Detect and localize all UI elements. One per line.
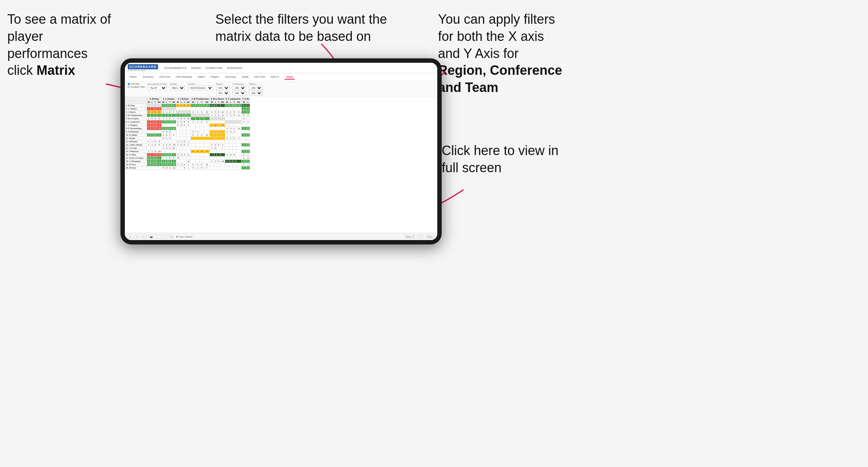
tab-players-matrix[interactable]: Matrix	[285, 75, 295, 80]
matrix-container[interactable]: 1. W Ding 2. L Clanton 3. J Koivun 4. M …	[125, 97, 437, 240]
toolbar-fullscreen[interactable]: ⛶	[418, 235, 423, 239]
table-row: 7. G Sargent 200-16 0003 03	[125, 124, 250, 127]
col-sub-t4: T	[200, 101, 204, 104]
row-label: 11. M Ege	[125, 137, 147, 140]
tab-players[interactable]: Players	[209, 75, 220, 80]
tab-players-detail[interactable]: Detail	[240, 75, 250, 80]
row-label: 1. W Ding	[125, 104, 147, 107]
table-row: 6. C Lamprecht 100-16 24124 200-5 1106 0…	[125, 120, 250, 124]
col-sub-t2: T	[168, 101, 171, 104]
toolbar-view-original[interactable]: 🖥 View: Original	[176, 236, 192, 238]
nav-tournaments[interactable]: TOURNAMENTS	[164, 66, 187, 70]
row-label: 2. L Clanton	[125, 107, 147, 111]
toolbar-undo[interactable]: ↺	[128, 235, 132, 239]
radio-full-view-input[interactable]	[128, 83, 130, 85]
filter-conference: Conference (All) (All)	[233, 83, 246, 95]
table-row: 14. J Lundin 10010 107	[125, 147, 250, 150]
col-sub-w2: W	[161, 101, 165, 104]
radio-compact-view-label: Compact View	[131, 86, 145, 88]
col-header-jkoivun: 3. J Koivun	[176, 97, 191, 101]
col-sub-t1: T	[154, 101, 157, 104]
toolbar-share[interactable]: Share	[426, 235, 434, 239]
row-label: 8. P Summerhays	[125, 127, 147, 130]
row-label: 17. S De La Fuente	[125, 157, 147, 160]
toolbar-zoom-in[interactable]: +	[163, 235, 167, 239]
col-sub-l3: L	[180, 101, 183, 104]
filter-region-y-select[interactable]: N/A	[216, 91, 230, 95]
col-sub-dif5: Dif	[220, 101, 225, 104]
filter-gender-select[interactable]: Men's	[170, 86, 185, 90]
toolbar-settings[interactable]: ⚙	[169, 235, 174, 239]
table-row: 9. N Gabrelcik 009 01 101	[125, 130, 250, 134]
share-label: Share	[427, 236, 433, 238]
toolbar-watch[interactable]: Watch ▼	[404, 235, 416, 239]
col-sub-w7: W	[241, 101, 246, 104]
row-label: 18. C Sherwood	[125, 160, 147, 163]
table-row: 1. W Ding 12011 110-2 12017 180 01013 60…	[125, 104, 250, 107]
toolbar-zoom-out[interactable]: −	[156, 235, 161, 239]
table-row: 20. M Ford 331-11 01 0107 11	[125, 166, 250, 170]
annotation-topright-text: You can apply filters for both the X axi…	[438, 12, 562, 95]
filter-max-players-select[interactable]: Top 25	[148, 86, 167, 90]
toolbar-screenshot[interactable]: 📷	[149, 235, 154, 239]
logo-box: SCOREBOARD	[128, 64, 158, 69]
toolbar-redo[interactable]: ↻	[135, 235, 139, 239]
col-sub-l5: L	[214, 101, 217, 104]
sub-nav: Teams Summary H2H Grid H2H Heatmap Matri…	[125, 73, 437, 81]
tab-teams[interactable]: Teams	[128, 75, 138, 80]
col-sub-l1: L	[151, 101, 154, 104]
annotation-bottomright: Click here to view in full screen	[442, 142, 566, 177]
filter-players-y-select[interactable]: (All)	[249, 91, 262, 95]
table-row: 17. S De La Fuente 2001 1100 -8 02	[125, 157, 250, 160]
filter-division-select[interactable]: NCAA Division I	[188, 86, 213, 90]
row-label: 9. N Gabrelcik	[125, 130, 147, 134]
tab-players-h2h-h[interactable]: H2H H...	[269, 75, 282, 80]
tab-players-summary[interactable]: Summary	[224, 75, 238, 80]
nav-rankings[interactable]: RANKINGS	[227, 66, 242, 70]
filter-region: Region N/A N/A	[216, 83, 230, 95]
row-label: 15. P Maichon	[125, 150, 147, 153]
col-sub-w4: W	[191, 101, 196, 104]
radio-full-view[interactable]: Full View	[128, 83, 145, 85]
filter-players-x-select[interactable]: (All)	[249, 86, 262, 90]
table-row: 4. M Thorbjornsen 10 110-6 110-6 01	[125, 114, 250, 117]
filter-region-x-select[interactable]: N/A	[216, 86, 230, 90]
col-header-wding: 1. W Ding	[147, 97, 162, 101]
toolbar-refresh[interactable]: ⟳	[142, 235, 146, 239]
tab-h2h-heatmap[interactable]: H2H Heatmap	[174, 75, 193, 80]
col-sub-dif4: Dif	[204, 101, 210, 104]
watch-label: Watch	[406, 236, 412, 238]
col-sub-l7: L	[246, 101, 250, 104]
view-label: View: Original	[179, 236, 192, 238]
filter-conference-y-select[interactable]: (All)	[233, 91, 246, 95]
row-label: 20. M Ford	[125, 166, 147, 170]
col-header-gsa: 7. G Sa	[241, 97, 250, 101]
tab-h2h-grid[interactable]: H2H Grid	[158, 75, 172, 80]
filter-gender: Gender Men's	[170, 83, 185, 90]
col-header-mlasasso: 5. M La Sasso	[210, 97, 225, 101]
table-row: 8. P Summerhays 521-45 220-16 101-11 12	[125, 127, 250, 130]
scoreboard-logo: SCOREBOARD Powered by clippd	[128, 64, 158, 72]
tab-players-h2h-grid[interactable]: H2H Grid	[253, 75, 266, 80]
radio-compact-view-input[interactable]	[128, 86, 130, 88]
tab-summary[interactable]: Summary	[141, 75, 155, 80]
col-sub-l6: L	[229, 101, 233, 104]
filter-max-players-label: Max players in view	[148, 83, 167, 85]
logo-title: SCOREBOARD	[129, 65, 157, 69]
filter-conference-x-select[interactable]: (All)	[233, 86, 246, 90]
col-header-empty	[125, 97, 147, 101]
radio-compact-view[interactable]: Compact View	[128, 86, 145, 88]
filter-players: Players (All) (All)	[249, 83, 262, 95]
nav-committee[interactable]: COMMITTEE	[205, 66, 223, 70]
annotation-topmid-text: Select the filters you want the matrix d…	[215, 12, 387, 44]
row-label: 4. M Thorbjornsen	[125, 114, 147, 117]
annotation-topleft: To see a matrix ofplayer performancescli…	[7, 11, 124, 79]
annotation-topright: You can apply filters for both the X axi…	[438, 11, 569, 96]
filter-bar: Full View Compact View Max players in vi…	[125, 81, 437, 97]
col-sub-dif3: Dif	[186, 101, 191, 104]
tab-matrix[interactable]: Matrix	[196, 75, 206, 80]
nav-teams[interactable]: TEAMS	[191, 66, 201, 70]
table-row: 3. J Koivun 1102 0102 01013 04011 0103 1…	[125, 111, 250, 114]
filter-division: Division NCAA Division I	[188, 83, 213, 90]
app-header: SCOREBOARD Powered by clippd TOURNAMENTS…	[125, 63, 437, 73]
